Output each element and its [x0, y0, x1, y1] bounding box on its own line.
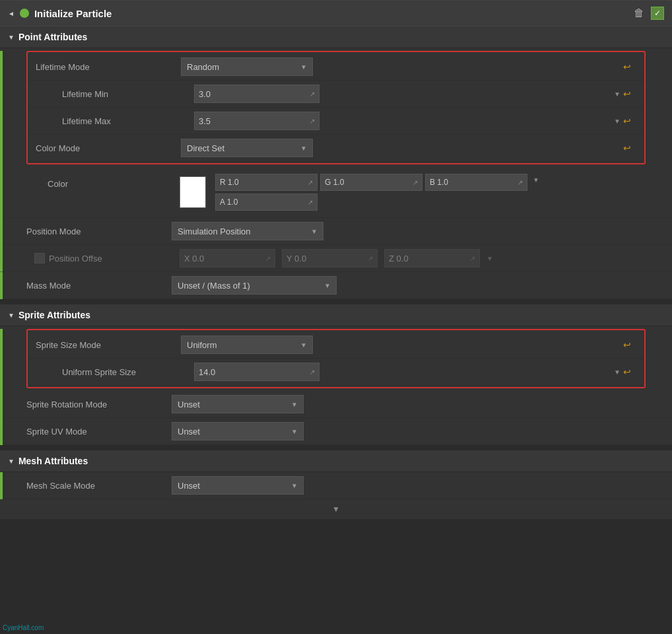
green-sidebar-mesh [0, 472, 3, 499]
uniform-sprite-size-field[interactable]: 14.0 ↗ [194, 363, 319, 381]
scroll-down-icon[interactable]: ▼ [332, 505, 340, 514]
sprite-attributes-header[interactable]: ▼ Sprite Attributes [0, 304, 672, 326]
color-a-field[interactable]: A 1.0 ↗ [215, 194, 318, 211]
watermark: CyanHall.com [3, 624, 44, 631]
chevron-down-icon: ▼ [300, 145, 307, 152]
color-mode-control: Direct Set ▼ [181, 139, 623, 157]
sprite-uv-mode-control: Unset ▼ [172, 422, 664, 440]
footer-scroll-area: ▼ [0, 499, 672, 519]
highlight-box-sprite: Sprite Size Mode Uniform ▼ ↩ Uniform Spr… [26, 329, 646, 388]
position-offset-checkbox[interactable] [34, 253, 45, 264]
chevron-down-color-icon[interactable]: ▼ [530, 174, 539, 191]
chevron-down-pos-icon[interactable]: ▼ [484, 255, 493, 262]
lifetime-max-control: 3.5 ↗ [194, 112, 614, 130]
sprite-collapse-arrow[interactable]: ▼ [8, 312, 15, 319]
color-swatch[interactable] [180, 176, 206, 208]
panel-title: Initialize Particle [34, 8, 112, 19]
reset-icon-color[interactable]: ↩ [623, 143, 631, 153]
reset-icon[interactable]: ↩ [623, 61, 631, 72]
color-alpha-row: A 1.0 ↗ [215, 194, 539, 211]
collapse-arrow[interactable]: ◄ [8, 10, 15, 17]
resize-icon: ↗ [470, 255, 475, 262]
sprite-size-mode-label: Sprite Size Mode [36, 340, 181, 350]
color-b-field[interactable]: B 1.0 ↗ [425, 174, 527, 191]
delete-button[interactable]: 🗑 [631, 6, 647, 20]
position-y-field[interactable]: Y 0.0 ↗ [282, 249, 378, 267]
lifetime-max-row: Lifetime Max 3.5 ↗ ▼ ↩ [28, 108, 644, 135]
lifetime-mode-dropdown[interactable]: Random ▼ [181, 57, 313, 76]
lifetime-min-field[interactable]: 3.0 ↗ [194, 85, 319, 103]
lifetime-min-control: 3.0 ↗ [194, 85, 614, 103]
lifetime-min-label: Lifetime Min [49, 89, 194, 99]
point-attributes-header[interactable]: ▼ Point Attributes [0, 26, 672, 48]
chevron-down-small-icon[interactable]: ▼ [614, 118, 621, 125]
position-mode-label: Position Mode [26, 227, 172, 236]
position-offset-row: Position Offse X 0.0 ↗ Y 0.0 ↗ Z 0.0 [0, 245, 672, 272]
chevron-down-uniform-icon[interactable]: ▼ [614, 369, 621, 376]
mesh-attributes-section: ▼ Mesh Attributes Mesh Scale Mode Unset … [0, 450, 672, 499]
sprite-uv-mode-label: Sprite UV Mode [26, 427, 172, 437]
lifetime-mode-row: Lifetime Mode Random ▼ ↩ [28, 53, 644, 81]
sprite-rotation-mode-label: Sprite Rotation Mode [26, 400, 172, 409]
resize-icon: ↗ [308, 199, 313, 206]
resize-icon: ↗ [308, 179, 313, 186]
color-mode-row: Color Mode Direct Set ▼ ↩ [28, 135, 644, 162]
mesh-scale-mode-dropdown[interactable]: Unset ▼ [172, 476, 304, 495]
chevron-down-icon: ▼ [291, 428, 298, 435]
green-sidebar-sprite [0, 329, 3, 445]
resize-icon: ↗ [310, 118, 315, 125]
color-rgb-row: R 1.0 ↗ G 1.0 ↗ B 1.0 ↗ [215, 174, 539, 191]
lifetime-max-field[interactable]: 3.5 ↗ [194, 112, 319, 130]
mesh-scale-mode-control: Unset ▼ [172, 476, 664, 495]
mesh-scale-mode-label: Mesh Scale Mode [26, 481, 172, 491]
position-offset-label: Position Offse [49, 254, 102, 264]
sprite-rotation-mode-control: Unset ▼ [172, 395, 664, 413]
chevron-down-small-icon[interactable]: ▼ [614, 90, 621, 98]
sprite-size-mode-control: Uniform ▼ [181, 335, 623, 354]
lifetime-mode-control: Random ▼ [181, 57, 623, 76]
sprite-size-mode-row: Sprite Size Mode Uniform ▼ ↩ [28, 332, 644, 359]
position-x-field[interactable]: X 0.0 ↗ [180, 249, 275, 267]
uniform-sprite-size-row: Uniform Sprite Size 14.0 ↗ ▼ ↩ [28, 359, 644, 386]
color-r-field[interactable]: R 1.0 ↗ [215, 174, 318, 191]
point-attributes-section: ▼ Point Attributes Lifetime Mode Random … [0, 26, 672, 299]
uniform-sprite-size-label: Uniform Sprite Size [49, 367, 194, 377]
resize-icon: ↗ [368, 255, 373, 262]
mesh-collapse-arrow[interactable]: ▼ [8, 458, 15, 465]
mesh-scale-mode-row: Mesh Scale Mode Unset ▼ [0, 472, 672, 499]
mass-mode-label: Mass Mode [26, 281, 172, 291]
color-label: Color [34, 174, 180, 189]
chevron-down-icon: ▼ [300, 341, 307, 349]
sprite-attributes-content: Sprite Size Mode Uniform ▼ ↩ Uniform Spr… [0, 329, 672, 445]
position-mode-dropdown[interactable]: Simulation Position ▼ [172, 222, 323, 240]
reset-icon-min[interactable]: ↩ [623, 88, 631, 99]
sprite-uv-mode-row: Sprite UV Mode Unset ▼ [0, 418, 672, 445]
mass-mode-row: Mass Mode Unset / (Mass of 1) ▼ [0, 272, 672, 299]
position-mode-row: Position Mode Simulation Position ▼ [0, 218, 672, 245]
mass-mode-dropdown[interactable]: Unset / (Mass of 1) ▼ [172, 276, 337, 295]
reset-icon-sprite-size[interactable]: ↩ [623, 339, 631, 350]
section-collapse-arrow[interactable]: ▼ [8, 34, 15, 41]
sprite-rotation-mode-row: Sprite Rotation Mode Unset ▼ [0, 391, 672, 418]
position-z-field[interactable]: Z 0.0 ↗ [384, 249, 480, 267]
section-divider [0, 299, 672, 304]
reset-icon-uniform[interactable]: ↩ [623, 367, 631, 377]
sprite-size-mode-dropdown[interactable]: Uniform ▼ [181, 335, 313, 354]
chevron-down-icon: ▼ [291, 482, 298, 489]
color-g-field[interactable]: G 1.0 ↗ [320, 174, 422, 191]
sprite-attributes-title: Sprite Attributes [18, 310, 90, 320]
position-mode-control: Simulation Position ▼ [172, 222, 664, 240]
color-mode-dropdown[interactable]: Direct Set ▼ [181, 139, 313, 157]
chevron-down-icon: ▼ [324, 282, 331, 289]
mesh-attributes-header[interactable]: ▼ Mesh Attributes [0, 450, 672, 472]
enable-checkbox[interactable]: ✓ [651, 7, 664, 20]
mesh-attributes-title: Mesh Attributes [18, 456, 88, 466]
panel-header: ◄ Initialize Particle 🗑 ✓ [0, 1, 672, 26]
position-offset-control: X 0.0 ↗ Y 0.0 ↗ Z 0.0 ↗ ▼ [180, 249, 664, 267]
resize-icon: ↗ [310, 369, 315, 376]
sprite-uv-mode-dropdown[interactable]: Unset ▼ [172, 422, 304, 440]
reset-icon-max[interactable]: ↩ [623, 116, 631, 126]
highlight-box-point: Lifetime Mode Random ▼ ↩ L [26, 51, 646, 164]
color-row: Color R 1.0 ↗ G 1.0 ↗ [0, 167, 672, 218]
sprite-rotation-mode-dropdown[interactable]: Unset ▼ [172, 395, 304, 413]
